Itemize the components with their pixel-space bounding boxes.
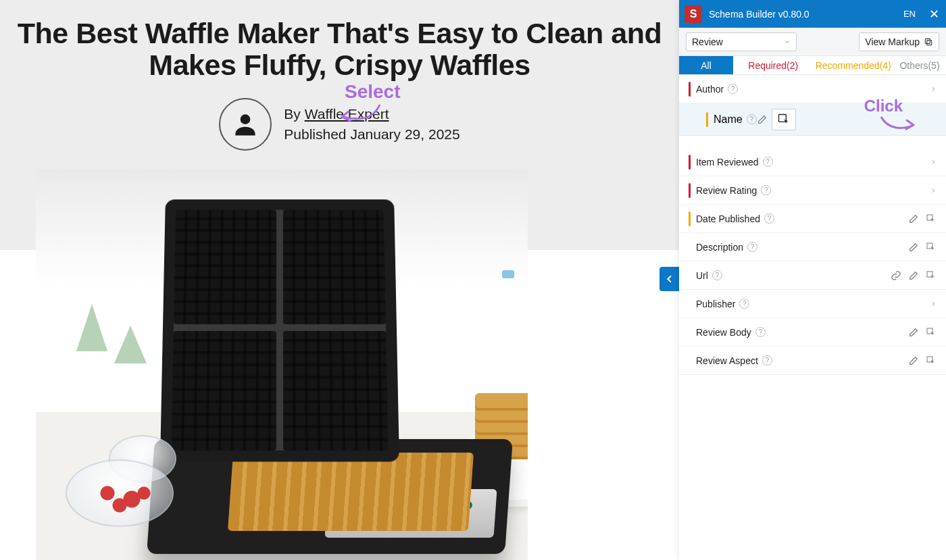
field-description[interactable]: Description ? <box>679 233 946 261</box>
picker-icon[interactable] <box>926 242 937 253</box>
edit-icon[interactable] <box>908 327 919 338</box>
chevron-right-icon <box>930 157 937 167</box>
article-title: The Best Waffle Maker That's Easy to Cle… <box>0 18 679 82</box>
field-author-name-label: Name <box>714 113 743 126</box>
author-avatar <box>219 98 272 151</box>
help-icon[interactable]: ? <box>762 355 772 365</box>
field-date-published-label: Date Published <box>696 213 760 224</box>
byline-text: By Waffle Expert Published January 29, 2… <box>284 104 459 144</box>
help-icon[interactable]: ? <box>763 157 773 167</box>
edit-icon[interactable] <box>757 114 768 125</box>
panel-titlebar: S Schema Builder v0.80.0 EN ✕ <box>679 0 946 28</box>
language-toggle[interactable]: EN <box>903 9 916 19</box>
schema-type-select[interactable]: Review <box>686 32 797 51</box>
svg-point-0 <box>241 114 251 124</box>
view-markup-button[interactable]: View Markup <box>859 32 939 51</box>
tab-recommended[interactable]: Recommended(4) <box>814 56 894 74</box>
chevron-down-icon <box>784 39 791 45</box>
help-icon[interactable]: ? <box>764 213 774 224</box>
tab-others[interactable]: Others(5) <box>893 56 946 74</box>
fields-list: Author ? Name ? Click <box>679 75 946 560</box>
product-image <box>36 169 528 560</box>
field-publisher[interactable]: Publisher ? <box>679 290 946 318</box>
help-icon[interactable]: ? <box>739 299 749 309</box>
close-button[interactable]: ✕ <box>929 7 939 22</box>
help-icon[interactable]: ? <box>747 242 757 252</box>
tab-others-count: 5 <box>931 60 937 71</box>
picker-icon[interactable] <box>926 355 937 366</box>
tab-required-count: 2 <box>790 60 795 71</box>
filter-tabs: All Required(2) Recommended(4) Others(5) <box>679 56 946 75</box>
article-area: The Best Waffle Maker That's Easy to Cle… <box>0 0 679 560</box>
field-author-name[interactable]: Name ? Click <box>679 103 946 136</box>
field-date-published[interactable]: Date Published ? <box>679 205 946 233</box>
svg-rect-2 <box>925 39 930 43</box>
tab-all[interactable]: All <box>679 56 733 74</box>
status-bar-required <box>689 82 691 97</box>
panel-toolbar: Review View Markup <box>679 28 946 56</box>
field-item-reviewed-label: Item Reviewed <box>696 157 759 168</box>
picker-icon[interactable] <box>926 213 937 224</box>
field-author[interactable]: Author ? <box>679 75 946 103</box>
picker-icon[interactable] <box>926 270 937 281</box>
edit-icon[interactable] <box>908 270 919 281</box>
field-review-aspect[interactable]: Review Aspect ? <box>679 347 946 375</box>
status-bar-required <box>689 183 691 198</box>
published-prefix: Published <box>284 126 350 142</box>
panel-title: Schema Builder v0.80.0 <box>709 9 810 20</box>
status-bar-recommended <box>706 112 708 127</box>
edit-icon[interactable] <box>908 213 919 224</box>
schema-builder-panel: S Schema Builder v0.80.0 EN ✕ Review Vie… <box>679 0 946 560</box>
edit-icon[interactable] <box>908 355 919 366</box>
element-picker-button[interactable] <box>772 109 796 130</box>
app-logo: S <box>684 5 702 23</box>
field-publisher-label: Publisher <box>696 299 735 309</box>
view-markup-label: View Markup <box>865 36 920 47</box>
cursor-select-icon <box>777 113 791 126</box>
byline: By Waffle Expert Published January 29, 2… <box>219 98 459 151</box>
picker-icon[interactable] <box>926 327 937 338</box>
field-review-rating-label: Review Rating <box>696 185 757 196</box>
svg-rect-1 <box>927 40 932 45</box>
help-icon[interactable]: ? <box>728 84 738 94</box>
status-bar-recommended <box>689 211 691 226</box>
field-url-label: Url <box>696 270 708 281</box>
field-review-body[interactable]: Review Body ? <box>679 318 946 347</box>
annotation-select-label: Select <box>345 81 401 103</box>
help-icon[interactable]: ? <box>761 185 771 195</box>
author-link[interactable]: Waffle Expert <box>305 106 389 122</box>
chevron-right-icon <box>930 299 937 309</box>
tab-recommended-label: Recommended <box>816 60 880 71</box>
annotation-click-label: Click <box>864 97 903 116</box>
byline-prefix: By <box>284 106 304 122</box>
copy-icon <box>924 37 933 47</box>
field-review-aspect-label: Review Aspect <box>696 355 758 366</box>
article-inner: The Best Waffle Maker That's Easy to Cle… <box>0 0 679 151</box>
help-icon[interactable]: ? <box>747 114 757 124</box>
tab-recommended-count: 4 <box>882 60 888 71</box>
field-author-label: Author <box>696 84 724 95</box>
field-review-rating[interactable]: Review Rating ? <box>679 176 946 205</box>
schema-type-value: Review <box>692 36 723 47</box>
link-icon[interactable] <box>891 270 901 281</box>
chevron-right-icon <box>930 186 937 195</box>
tab-others-label: Others <box>899 60 928 71</box>
person-icon <box>230 109 260 139</box>
chevron-right-icon <box>930 84 937 94</box>
field-review-body-label: Review Body <box>696 327 751 338</box>
edit-icon[interactable] <box>908 242 919 253</box>
help-icon[interactable]: ? <box>755 327 766 337</box>
tab-required[interactable]: Required(2) <box>733 56 814 74</box>
field-url[interactable]: Url ? <box>679 261 946 290</box>
published-date: January 29, 2025 <box>350 126 459 142</box>
tab-required-label: Required <box>748 60 787 71</box>
status-bar-required <box>689 155 691 170</box>
annotation-click-arrow-icon <box>878 114 919 134</box>
panel-collapse-toggle[interactable] <box>659 267 680 291</box>
field-description-label: Description <box>696 242 743 253</box>
help-icon[interactable]: ? <box>712 270 722 280</box>
field-item-reviewed[interactable]: Item Reviewed ? <box>679 148 946 176</box>
chevron-left-icon <box>664 274 675 284</box>
